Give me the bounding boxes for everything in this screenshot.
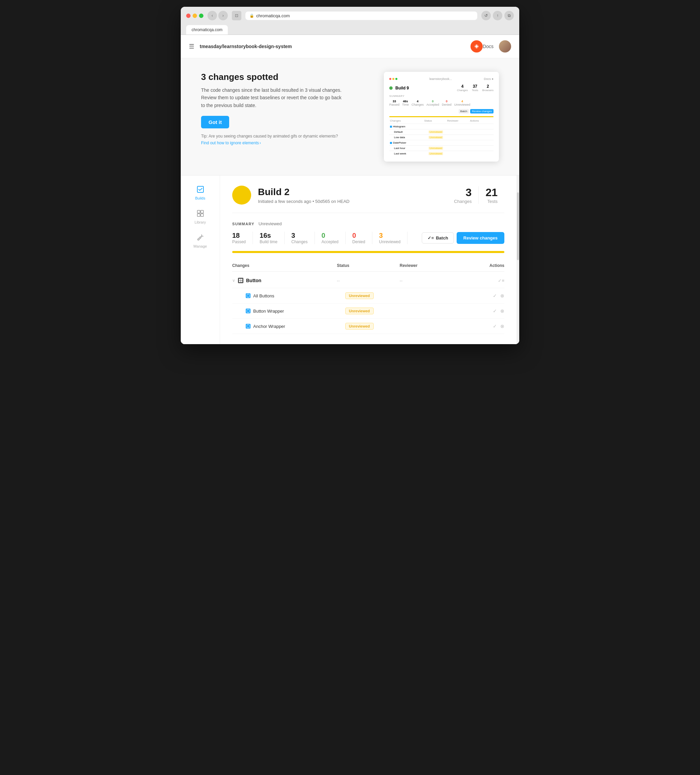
manage-icon [197,234,204,243]
story-actions-col: ✓ ⊗ [464,308,504,314]
group-name: Button [246,278,261,283]
story-status-col: Unreviewed [345,292,405,299]
unreviewed-count: 3 [379,232,400,239]
build-info: Build 2 Initiated a few seconds ago • 50… [258,186,447,204]
preview-mini-stats: 33Passed 46sTime 4Changes 0Accepted 0Den… [389,100,494,106]
preview-table-row: Default Unreviewed [389,129,494,135]
preview-table-row: DatePicker [389,140,494,145]
col-header-changes: Changes [232,263,337,268]
review-changes-button[interactable]: Review changes [457,232,504,244]
summary-label: SUMMARY [232,222,255,226]
browser-tab[interactable]: chromaticqa.com [186,25,228,35]
share-button[interactable]: ↑ [493,11,502,20]
stat-unreviewed: 3 Unreviewed [379,232,408,244]
summary-section: SUMMARY Unreviewed 18 Passed 16s Build t… [232,221,504,244]
preview-review-button: Review changes [470,109,494,113]
main-content: Build 2 Initiated a few seconds ago • 50… [220,175,516,344]
svg-rect-5 [197,214,200,216]
preview-summary-label: SUMMARY [389,95,494,98]
group-status-col: -- [337,278,400,283]
header-right: Docs [483,40,511,53]
sidebar: Builds Library [181,175,220,344]
scrollbar-thumb[interactable] [517,192,519,260]
close-button[interactable] [186,13,191,18]
changes-label: Changes [454,199,471,204]
table-group-button: ∨ Button [232,273,504,334]
status-badge-unreviewed: Unreviewed [345,292,374,299]
reload-button[interactable]: ↺ [481,11,491,20]
url-text: chromaticqa.com [256,13,290,18]
stat-changes-count: 3 [292,232,308,239]
group-row: ∨ Button [232,273,504,288]
group-icon [238,278,243,283]
deny-action-button[interactable]: ⊗ [500,293,504,298]
story-row-button-wrapper: Button Wrapper Unreviewed ✓ ⊗ [232,303,504,319]
story-name: Button Wrapper [253,309,284,314]
accept-action-button[interactable]: ✓ [493,308,497,314]
col-header-status: Status [337,263,400,268]
hamburger-icon[interactable]: ☰ [189,43,194,50]
ignore-elements-link[interactable]: Find out how to ignore elements › [201,141,363,145]
sidebar-item-manage[interactable]: Manage [181,230,220,252]
unreviewed-label: Unreviewed [379,239,400,244]
page-content: ☰ tmeasday/learnstorybook-design-system … [181,35,519,344]
sidebar-toggle-button[interactable]: ⊡ [232,11,241,20]
build-title: Build 2 [258,186,447,198]
forward-button[interactable]: › [218,11,228,20]
batch-check-icon: ✓≡ [428,235,434,241]
table-header: Changes Status Reviewer Actions [232,260,504,272]
story-actions-col: ✓ ⊗ [464,293,504,298]
deny-action-button[interactable]: ⊗ [500,308,504,314]
svg-rect-4 [201,210,204,213]
sidebar-item-builds[interactable]: Builds [181,182,220,204]
batch-button[interactable]: ✓≡ Batch [422,232,454,244]
summary-status: Unreviewed [259,221,282,226]
minimize-button[interactable] [192,13,197,18]
preview-build-name: Build 9 [395,86,409,90]
address-bar[interactable]: 🔒 chromaticqa.com [245,12,477,20]
preview-docs: Docs ● [484,77,494,81]
passed-label: Passed [232,239,246,244]
story-name-col: All Buttons [246,293,345,298]
back-button[interactable]: ‹ [207,11,217,20]
preview-dot-red [389,78,391,80]
got-it-button[interactable]: Got it [201,116,229,128]
preview-build-row: Build 9 4 Changes 37 Tests 2 [389,84,494,92]
story-status-col: Unreviewed [345,308,405,314]
preview-tests-stat: 37 Tests [472,84,478,92]
preview-action-row: Batch Review changes [389,109,494,113]
avatar [499,40,511,53]
story-icon [246,293,250,298]
deny-action-button[interactable]: ⊗ [500,323,504,329]
docs-link[interactable]: Docs [483,44,494,49]
accept-action-button[interactable]: ✓ [493,323,497,329]
browser-chrome: ‹ › ⊡ 🔒 chromaticqa.com ↺ ↑ ⧉ chromaticq… [181,7,519,35]
new-tab-button[interactable]: ⧉ [504,11,514,20]
build-status-circle [232,186,251,205]
fullscreen-button[interactable] [199,13,204,18]
stat-changes: 3 Changes [292,232,315,244]
story-name-col: Anchor Wrapper [246,324,345,329]
preview-table-row: Last week Unreviewed [389,151,494,156]
accept-action-button[interactable]: ✓ [493,293,497,298]
preview-table-row: Last hour Unreviewed [389,145,494,151]
preview-card: learnstorybook... Docs ● Build 9 4 Chang… [384,72,499,161]
build-header: Build 2 Initiated a few seconds ago • 50… [232,186,504,213]
changes-count: 3 [454,186,471,199]
library-icon [197,210,204,219]
tests-label: Tests [485,199,498,204]
scrollbar[interactable] [516,175,519,344]
chromatic-logo [471,40,483,53]
denied-count: 0 [352,232,365,239]
group-name-col: ∨ Button [232,278,337,283]
story-name: All Buttons [253,293,274,298]
story-name-col: Button Wrapper [246,309,345,314]
preview-dot-green [395,78,397,80]
onboarding-description: The code changes since the last build re… [201,86,343,109]
svg-rect-6 [201,214,204,216]
expand-icon[interactable]: ∨ [232,278,235,283]
manage-label: Manage [194,244,207,248]
sidebar-item-library[interactable]: Library [181,206,220,228]
stat-changes-label: Changes [292,239,308,244]
group-reviewer-col: -- [400,278,463,283]
